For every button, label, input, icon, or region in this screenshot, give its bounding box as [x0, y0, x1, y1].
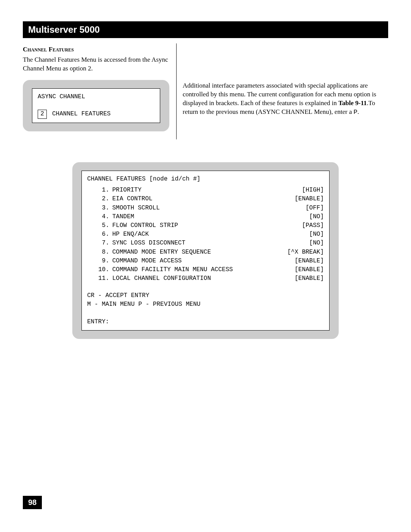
- feature-label: COMMAND MODE ACCESS: [112, 257, 295, 265]
- feature-row: 11.LOCAL CHANNEL CONFIGURATION[ENABLE]: [96, 274, 324, 283]
- page-number: 98: [23, 496, 42, 509]
- feature-row: 5.FLOW CONTROL STRIP[PASS]: [96, 221, 324, 230]
- feature-label: PRIORITY: [112, 186, 302, 195]
- title-bar: Multiserver 5000: [23, 21, 388, 38]
- feature-row: 10.COMMAND FACILITY MAIN MENU ACCESS[ENA…: [96, 265, 324, 274]
- feature-number: 6.: [96, 230, 112, 239]
- feature-row: 3.SMOOTH SCROLL[OFF]: [96, 204, 324, 212]
- column-divider: [176, 43, 177, 139]
- feature-number: 3.: [96, 204, 112, 212]
- option-number-box: 2: [38, 110, 47, 119]
- feature-value: [NO]: [309, 212, 324, 221]
- two-column-body: Channel Features The Channel Features Me…: [23, 43, 388, 139]
- feature-value: [NO]: [309, 239, 324, 248]
- feature-label: EIA CONTROL: [112, 195, 295, 203]
- feature-label: COMMAND FACILITY MAIN MENU ACCESS: [112, 265, 295, 274]
- feature-label: FLOW CONTROL STRIP: [112, 221, 302, 230]
- feature-number: 8.: [96, 248, 112, 257]
- footer-accept: CR - ACCEPT ENTRY: [87, 291, 324, 300]
- feature-row: 6.HP ENQ/ACK[NO]: [96, 230, 324, 239]
- intro-left-text: The Channel Features Menu is accessed fr…: [23, 56, 175, 73]
- feature-row: 4.TANDEM[NO]: [96, 212, 324, 221]
- async-panel-header: ASYNC CHANNEL: [38, 93, 155, 101]
- feature-label: COMMAND MODE ENTRY SEQUENCE: [112, 248, 287, 257]
- section-heading: Channel Features: [23, 46, 175, 53]
- feature-label: SYNC LOSS DISCONNECT: [112, 239, 309, 248]
- footer-nav: M - MAIN MENU P - PREVIOUS MENU: [87, 300, 324, 309]
- feature-number: 9.: [96, 257, 112, 265]
- features-header: CHANNEL FEATURES [node id/ch #]: [87, 175, 324, 184]
- features-panel: CHANNEL FEATURES [node id/ch #] 1.PRIORI…: [72, 162, 339, 339]
- feature-value: [NO]: [309, 230, 324, 239]
- feature-value: [ENABLE]: [295, 257, 324, 265]
- option-label: CHANNEL FEATURES: [52, 110, 111, 118]
- feature-number: 4.: [96, 212, 112, 221]
- feature-label: TANDEM: [112, 212, 309, 221]
- async-option-row: 2 CHANNEL FEATURES: [38, 110, 155, 119]
- feature-value: [^X BREAK]: [287, 248, 324, 257]
- feature-value: [OFF]: [306, 204, 324, 212]
- feature-row: 2.EIA CONTROL[ENABLE]: [96, 195, 324, 203]
- feature-number: 5.: [96, 221, 112, 230]
- feature-label: SMOOTH SCROLL: [112, 204, 306, 212]
- entry-prompt[interactable]: ENTRY:: [87, 318, 324, 326]
- table-reference: Table 9-11: [338, 99, 366, 107]
- feature-value: [PASS]: [302, 221, 324, 230]
- feature-number: 2.: [96, 195, 112, 203]
- feature-list: 1.PRIORITY[HIGH]2.EIA CONTROL[ENABLE]3.S…: [87, 186, 324, 283]
- feature-row: 1.PRIORITY[HIGH]: [96, 186, 324, 195]
- feature-value: [ENABLE]: [295, 274, 324, 283]
- feature-number: 7.: [96, 239, 112, 248]
- feature-number: 10.: [96, 265, 112, 274]
- feature-value: [ENABLE]: [295, 265, 324, 274]
- feature-value: [HIGH]: [302, 186, 324, 195]
- feature-value: [ENABLE]: [295, 195, 324, 203]
- feature-number: 1.: [96, 186, 112, 195]
- feature-row: 7.SYNC LOSS DISCONNECT[NO]: [96, 239, 324, 248]
- feature-label: HP ENQ/ACK: [112, 230, 309, 239]
- intro-right-text: Additional interface parameters associat…: [183, 81, 388, 117]
- feature-label: LOCAL CHANNEL CONFIGURATION: [112, 274, 295, 283]
- async-panel: ASYNC CHANNEL 2 CHANNEL FEATURES: [23, 80, 169, 131]
- feature-row: 9.COMMAND MODE ACCESS[ENABLE]: [96, 257, 324, 265]
- feature-row: 8.COMMAND MODE ENTRY SEQUENCE[^X BREAK]: [96, 248, 324, 257]
- feature-number: 11.: [96, 274, 112, 283]
